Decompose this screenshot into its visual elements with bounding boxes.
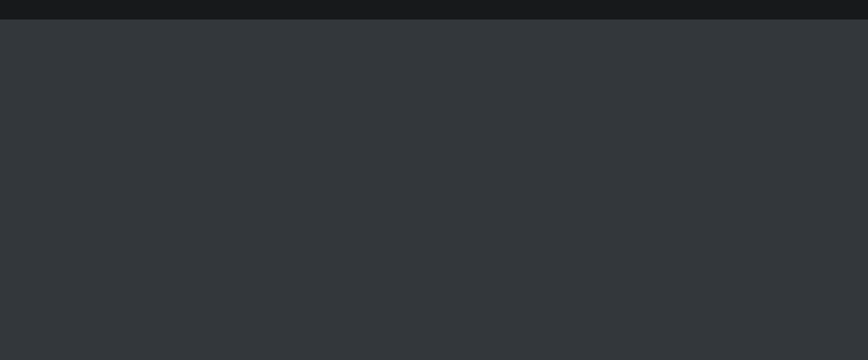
timeline-ruler[interactable] (0, 0, 868, 20)
track-lanes[interactable] (0, 20, 868, 355)
montage-window (0, 0, 868, 360)
